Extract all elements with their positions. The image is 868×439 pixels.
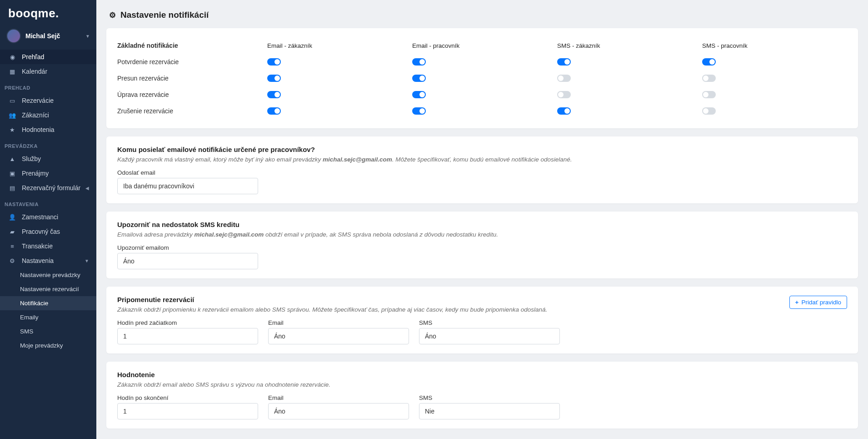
col-email-employee: Email - pracovník bbox=[412, 38, 557, 54]
select-rating-email[interactable]: Áno bbox=[268, 403, 409, 419]
sidebar: booqme. Michal Sejč ▼ ◉Prehľad ▦Kalendár… bbox=[0, 0, 96, 439]
main-content: ⚙ Nastavenie notifikácií Základné notifi… bbox=[96, 0, 868, 439]
desc-reminder: Zákazník obdrží pripomienku k rezervácii… bbox=[117, 306, 547, 313]
sidebar-item-reservations[interactable]: ▭Rezervácie bbox=[0, 93, 96, 108]
subnav-notif[interactable]: Notifikácie bbox=[0, 296, 96, 310]
select-reminder-email[interactable]: Áno bbox=[268, 328, 409, 344]
toggle-switch[interactable] bbox=[412, 58, 426, 66]
page-title: ⚙ Nastavenie notifikácií bbox=[109, 10, 858, 20]
truck-icon: ▣ bbox=[7, 170, 17, 177]
label-rating-email: Email bbox=[268, 394, 409, 401]
toggle-cell bbox=[557, 86, 702, 103]
desc-email-who: Každý pracovník má vlastný email, ktorý … bbox=[117, 156, 847, 163]
card-reminder: Pripomenutie rezervácií Zákazník obdrží … bbox=[106, 287, 858, 353]
label-notify-email: Upozorniť emailom bbox=[117, 244, 847, 251]
heading-email-who: Komu posielať emailové notifikácie určen… bbox=[117, 146, 847, 153]
card-basic-notifications: Základné notifikácie Email - zákazník Em… bbox=[106, 28, 858, 128]
sidebar-item-services[interactable]: ▲Služby bbox=[0, 151, 96, 166]
toggle-cell bbox=[267, 103, 412, 119]
list-icon: ≡ bbox=[7, 243, 17, 250]
toggle-cell bbox=[412, 70, 557, 86]
toggle-switch[interactable] bbox=[267, 91, 281, 98]
heading-reminder: Pripomenutie rezervácií bbox=[117, 296, 547, 303]
desc-sms-credit: Emailová adresa prevádzky michal.sejc@gm… bbox=[117, 231, 847, 238]
row-label: Úprava rezervácie bbox=[117, 86, 267, 103]
select-hours-after[interactable]: 1 bbox=[117, 403, 258, 419]
chevron-left-icon: ◀ bbox=[85, 186, 89, 191]
select-hours-before[interactable]: 1 bbox=[117, 328, 258, 344]
table-header: Základné notifikácie Email - zákazník Em… bbox=[117, 37, 847, 54]
cloud-icon: ▲ bbox=[7, 156, 17, 162]
select-reminder-sms[interactable]: Áno bbox=[419, 328, 560, 344]
table-row: Zrušenie rezervácie bbox=[117, 103, 847, 119]
col-email-customer: Email - zákazník bbox=[267, 38, 412, 54]
toggle-switch[interactable] bbox=[412, 91, 426, 98]
col-sms-employee: SMS - pracovník bbox=[702, 38, 847, 54]
toggle-cell bbox=[557, 103, 702, 119]
table-row: Úprava rezervácie bbox=[117, 86, 847, 103]
user-menu[interactable]: Michal Sejč ▼ bbox=[0, 24, 96, 50]
briefcase-icon: ▰ bbox=[7, 228, 17, 235]
calendar-icon: ▦ bbox=[7, 68, 17, 75]
toggle-switch[interactable] bbox=[267, 75, 281, 82]
toggle-cell bbox=[412, 103, 557, 119]
toggle-cell bbox=[702, 54, 847, 70]
sidebar-item-settings[interactable]: ⚙Nastavenia▼ bbox=[0, 253, 96, 268]
subnav-sms[interactable]: SMS bbox=[0, 324, 96, 338]
toggle-switch[interactable] bbox=[557, 58, 571, 66]
toggle-cell bbox=[412, 54, 557, 70]
heading-basic: Základné notifikácie bbox=[117, 37, 267, 54]
sidebar-item-employees[interactable]: 👤Zamestnanci bbox=[0, 210, 96, 224]
row-label: Presun rezervácie bbox=[117, 70, 267, 86]
select-rating-sms[interactable]: Nie bbox=[419, 403, 560, 419]
toggle-cell bbox=[702, 86, 847, 103]
desc-rating: Zákazník obdrží email alebo SMS správu s… bbox=[117, 381, 847, 388]
label-hours-before: Hodín pred začiatkom bbox=[117, 319, 258, 326]
add-rule-button[interactable]: +Pridať pravidlo bbox=[789, 296, 848, 309]
sidebar-item-transactions[interactable]: ≡Transakcie bbox=[0, 239, 96, 253]
toggle-switch[interactable] bbox=[412, 107, 426, 115]
toggle-cell bbox=[267, 54, 412, 70]
toggle-switch[interactable] bbox=[702, 58, 716, 66]
subnav-prev[interactable]: Nastavenie prevádzky bbox=[0, 268, 96, 282]
toggle-switch[interactable] bbox=[557, 75, 571, 82]
subnav-my[interactable]: Moje prevádzky bbox=[0, 338, 96, 353]
toggle-switch[interactable] bbox=[702, 91, 716, 98]
brand-logo: booqme. bbox=[0, 0, 96, 24]
subnav-res[interactable]: Nastavenie rezervácií bbox=[0, 282, 96, 296]
sidebar-item-overview[interactable]: ◉Prehľad bbox=[0, 50, 96, 64]
sidebar-item-calendar[interactable]: ▦Kalendár bbox=[0, 64, 96, 79]
toggle-cell bbox=[267, 86, 412, 103]
table-row: Potvrdenie rezervácie bbox=[117, 54, 847, 70]
chevron-down-icon: ▼ bbox=[85, 258, 89, 263]
clipboard-icon: ▤ bbox=[7, 185, 17, 192]
label-rating-sms: SMS bbox=[419, 394, 560, 401]
toggle-switch[interactable] bbox=[557, 91, 571, 98]
row-label: Zrušenie rezervácie bbox=[117, 103, 267, 119]
section-label-nastavenia: NASTAVENIA bbox=[0, 195, 96, 210]
section-label-prehlad: PREHĽAD bbox=[0, 79, 96, 93]
toggle-switch[interactable] bbox=[702, 75, 716, 82]
toggle-switch[interactable] bbox=[557, 107, 571, 115]
label-reminder-sms: SMS bbox=[419, 319, 560, 326]
users-icon: 👥 bbox=[7, 112, 17, 119]
toggle-switch[interactable] bbox=[267, 107, 281, 115]
select-notify-email[interactable]: Áno bbox=[117, 253, 258, 269]
toggle-switch[interactable] bbox=[267, 58, 281, 66]
sidebar-item-worktime[interactable]: ▰Pracovný čas bbox=[0, 224, 96, 239]
label-reminder-email: Email bbox=[268, 319, 409, 326]
sidebar-item-ratings[interactable]: ★Hodnotenia bbox=[0, 122, 96, 137]
toggle-cell bbox=[267, 70, 412, 86]
heading-rating: Hodnotenie bbox=[117, 371, 847, 378]
sidebar-item-rentals[interactable]: ▣Prenájmy bbox=[0, 166, 96, 181]
sidebar-item-resform[interactable]: ▤Rezervačný formulár◀ bbox=[0, 181, 96, 195]
row-label: Potvrdenie rezervácie bbox=[117, 54, 267, 70]
toggle-cell bbox=[412, 86, 557, 103]
toggle-switch[interactable] bbox=[702, 107, 716, 115]
select-send-email[interactable]: Iba danému pracovníkovi bbox=[117, 178, 258, 194]
gear-icon: ⚙ bbox=[109, 10, 116, 20]
subnav-emails[interactable]: Emaily bbox=[0, 310, 96, 324]
toggle-switch[interactable] bbox=[412, 75, 426, 82]
sidebar-item-customers[interactable]: 👥Zákazníci bbox=[0, 108, 96, 122]
section-label-prevadzka: PREVÁDZKA bbox=[0, 137, 96, 151]
